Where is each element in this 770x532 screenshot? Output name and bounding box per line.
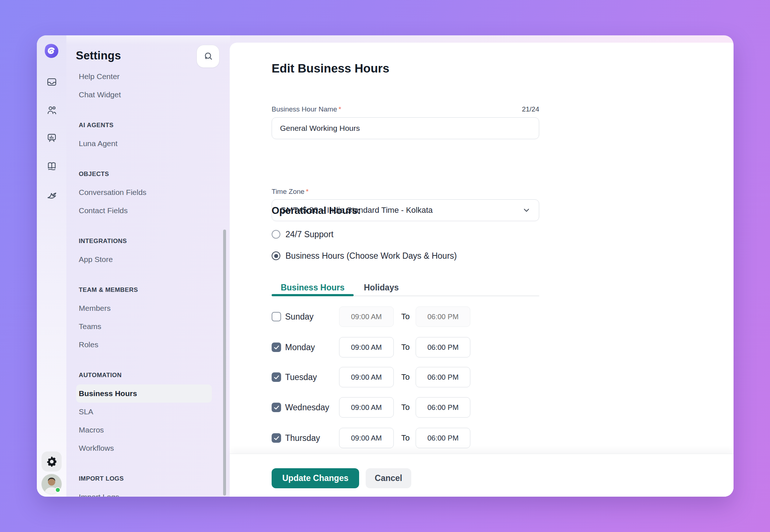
sidebar-item-roles[interactable]: Roles — [76, 336, 212, 354]
business-hour-name-input[interactable] — [272, 117, 539, 139]
timezone-label: Time Zone* — [272, 188, 309, 196]
day-row-wednesday: WednesdayTo — [230, 397, 734, 418]
reports-icon[interactable] — [37, 129, 66, 147]
sidebar-item-conversation-fields[interactable]: Conversation Fields — [76, 183, 212, 202]
radio-icon[interactable] — [272, 251, 280, 260]
start-time-input[interactable] — [339, 337, 394, 357]
settings-sidebar: Settings Help CenterChat WidgetAI AGENTS… — [66, 35, 230, 497]
update-changes-button[interactable]: Update Changes — [272, 468, 359, 488]
sidebar-item-business-hours[interactable]: Business Hours — [76, 384, 212, 403]
main-panel: Edit Business Hours Business Hour Name* … — [230, 43, 734, 497]
sidebar-item-luna-agent[interactable]: Luna Agent — [76, 134, 212, 153]
sidebar-section-header: AUTOMATION — [66, 366, 230, 384]
active-tab-underline — [272, 294, 354, 296]
tab-business-hours[interactable]: Business Hours — [272, 280, 354, 295]
cancel-button[interactable]: Cancel — [366, 468, 411, 488]
radio-option-business-hours[interactable]: Business Hours (Choose Work Days & Hours… — [272, 251, 457, 261]
sidebar-item-chat-widget[interactable]: Chat Widget — [76, 86, 212, 104]
day-label: Tuesday — [285, 367, 317, 387]
end-time-input[interactable] — [416, 337, 470, 357]
required-asterisk: * — [339, 105, 341, 113]
ai-search-button[interactable] — [197, 45, 219, 68]
checkbox-unchecked-icon[interactable] — [272, 312, 281, 321]
checkbox-checked-icon[interactable] — [272, 343, 281, 352]
end-time-input[interactable] — [416, 367, 470, 387]
start-time-input[interactable] — [339, 367, 394, 387]
online-status-dot — [55, 487, 61, 493]
to-label: To — [398, 367, 413, 387]
page-title: Edit Business Hours — [272, 62, 389, 75]
start-time-input[interactable] — [339, 306, 394, 327]
inbox-icon[interactable] — [37, 73, 66, 91]
required-asterisk: * — [306, 188, 308, 195]
sidebar-item-contact-fields[interactable]: Contact Fields — [76, 202, 212, 220]
sidebar-item-app-store[interactable]: App Store — [76, 250, 212, 269]
settings-gear-icon[interactable] — [42, 451, 62, 472]
checkbox-checked-icon[interactable] — [272, 372, 281, 382]
chevron-down-icon — [522, 206, 531, 215]
to-label: To — [398, 306, 413, 327]
sidebar-section-header: OBJECTS — [66, 165, 230, 183]
sidebar-item-import-logs[interactable]: Import Logs — [76, 488, 212, 497]
form-footer: Update Changes Cancel — [230, 454, 734, 497]
day-label: Wednesday — [285, 397, 329, 418]
to-label: To — [398, 428, 413, 448]
sidebar-item-sla[interactable]: SLA — [76, 403, 212, 421]
checkbox-checked-icon[interactable] — [272, 403, 281, 412]
sidebar-section-header: IMPORT LOGS — [66, 470, 230, 488]
sidebar-menu: Help CenterChat WidgetAI AGENTSLuna Agen… — [66, 67, 230, 497]
to-label: To — [398, 337, 413, 357]
day-row-monday: MondayTo — [230, 337, 734, 357]
radio-option-247[interactable]: 24/7 Support — [272, 230, 334, 239]
day-row-tuesday: TuesdayTo — [230, 367, 734, 387]
day-label: Monday — [285, 337, 315, 357]
name-field-label-row: Business Hour Name* 21/24 — [272, 105, 539, 113]
char-counter: 21/24 — [522, 105, 539, 113]
tab-holidays[interactable]: Holidays — [364, 280, 399, 295]
app-logo[interactable] — [43, 43, 60, 59]
sidebar-section-header: INTEGRATIONS — [66, 232, 230, 250]
sidebar-scrollbar[interactable] — [223, 230, 226, 496]
sidebar-section-header: AI AGENTS — [66, 116, 230, 134]
day-row-thursday: ThursdayTo — [230, 428, 734, 448]
sidebar-title: Settings — [76, 49, 121, 62]
sidebar-item-members[interactable]: Members — [76, 299, 212, 317]
operational-hours-heading: Operational Hours: — [272, 205, 361, 216]
end-time-input[interactable] — [416, 306, 470, 327]
end-time-input[interactable] — [416, 397, 470, 418]
timezone-label-row: Time Zone* — [272, 188, 539, 196]
sidebar-item-macros[interactable]: Macros — [76, 421, 212, 439]
sidebar-top-fade — [66, 35, 230, 45]
sidebar-item-help-center[interactable]: Help Center — [76, 67, 212, 86]
luna-bird-icon[interactable] — [37, 187, 66, 205]
icon-rail — [37, 35, 66, 497]
start-time-input[interactable] — [339, 428, 394, 448]
day-row-sunday: SundayTo — [230, 306, 734, 327]
day-label: Thursday — [285, 428, 320, 448]
radio-icon[interactable] — [272, 230, 280, 239]
sidebar-item-teams[interactable]: Teams — [76, 317, 212, 336]
hours-tabs: Business Hours Holidays — [272, 280, 399, 295]
app-window: Settings Help CenterChat WidgetAI AGENTS… — [37, 35, 734, 497]
checkbox-checked-icon[interactable] — [272, 433, 281, 443]
knowledge-base-icon[interactable] — [37, 157, 66, 175]
day-label: Sunday — [285, 306, 314, 327]
desktop-background: Settings Help CenterChat WidgetAI AGENTS… — [0, 0, 770, 532]
sidebar-item-workflows[interactable]: Workflows — [76, 439, 212, 457]
contacts-icon[interactable] — [37, 101, 66, 120]
end-time-input[interactable] — [416, 428, 470, 448]
start-time-input[interactable] — [339, 397, 394, 418]
to-label: To — [398, 397, 413, 418]
name-field-label: Business Hour Name* — [272, 105, 341, 113]
sidebar-section-header: TEAM & MEMBERS — [66, 281, 230, 299]
